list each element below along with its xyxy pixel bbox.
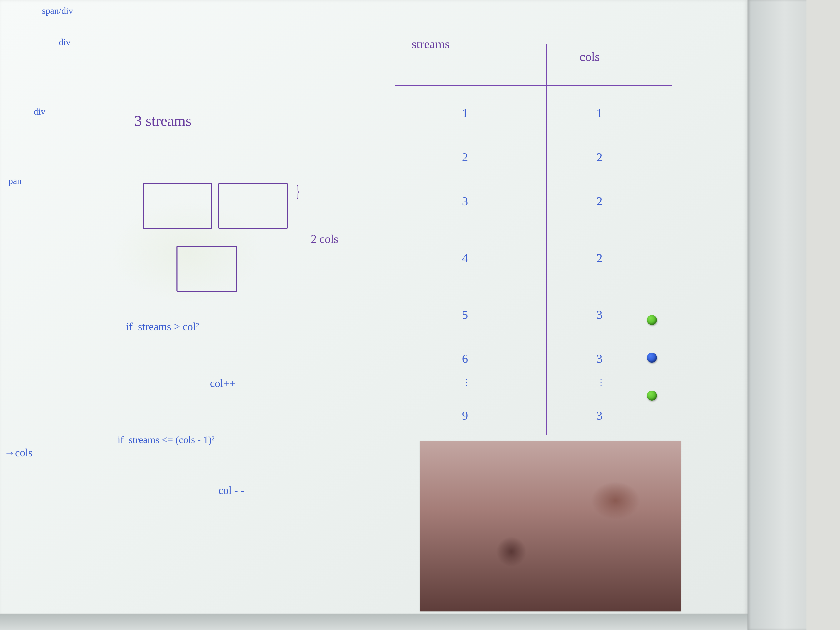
table-column-divider bbox=[546, 44, 547, 435]
table-streams-2: 2 bbox=[462, 151, 468, 163]
annotation-to-cols: →cols bbox=[4, 447, 33, 458]
diagram-box-3 bbox=[177, 246, 237, 292]
condition-increase-line2: col++ bbox=[210, 378, 235, 389]
table-header-streams: streams bbox=[412, 38, 450, 50]
condition-decrease-line2: col - - bbox=[218, 485, 244, 496]
diagram-annotation: 2 cols bbox=[311, 233, 338, 245]
annotation-pan: pan bbox=[8, 177, 22, 186]
table-header-cols: cols bbox=[579, 51, 600, 63]
table-cols-1: 1 bbox=[597, 107, 603, 119]
table-streams-6: 6 bbox=[462, 353, 468, 365]
table-streams-4: 4 bbox=[462, 252, 468, 264]
magnet-green-bottom[interactable] bbox=[647, 391, 657, 401]
attached-picture bbox=[420, 441, 681, 611]
table-cols-ellipsis: ⋮ bbox=[597, 378, 606, 387]
whiteboard-tray bbox=[0, 614, 747, 630]
diagram-box-2 bbox=[218, 183, 288, 229]
magnet-green-top[interactable] bbox=[647, 315, 657, 325]
table-cols-4: 2 bbox=[597, 252, 603, 264]
wall bbox=[807, 0, 840, 630]
table-streams-ellipsis: ⋮ bbox=[462, 378, 471, 387]
table-header-underline bbox=[395, 85, 672, 86]
table-cols-2: 2 bbox=[597, 151, 603, 163]
table-cols-3: 2 bbox=[597, 195, 603, 207]
annotation-span-div: span/div bbox=[42, 6, 73, 16]
condition-decrease-line1: if streams <= (cols - 1)² bbox=[117, 435, 215, 445]
table-streams-3: 3 bbox=[462, 195, 468, 207]
brace-icon: } bbox=[296, 183, 300, 199]
table-streams-1: 1 bbox=[462, 107, 468, 119]
table-cols-5: 3 bbox=[597, 309, 603, 321]
annotation-div-2: div bbox=[33, 107, 45, 116]
diagram-title: 3 streams bbox=[134, 113, 191, 128]
condition-increase-line1: if streams > col² bbox=[126, 321, 199, 332]
magnet-blue-middle[interactable] bbox=[647, 353, 657, 363]
table-cols-last: 3 bbox=[597, 410, 603, 422]
annotation-div-1: div bbox=[59, 38, 70, 47]
diagram-box-1 bbox=[143, 183, 212, 229]
table-streams-5: 5 bbox=[462, 309, 468, 321]
table-streams-last: 9 bbox=[462, 410, 468, 422]
table-cols-6: 3 bbox=[597, 353, 603, 365]
